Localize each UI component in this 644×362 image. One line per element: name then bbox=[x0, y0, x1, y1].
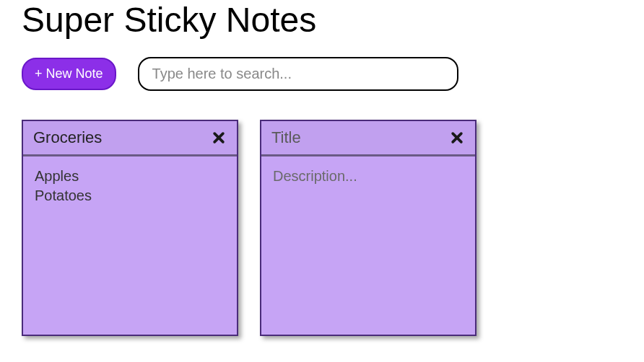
note-description-input[interactable] bbox=[273, 167, 464, 325]
note-body bbox=[261, 156, 475, 335]
search-input[interactable] bbox=[138, 57, 458, 91]
new-note-button[interactable]: + New Note bbox=[22, 58, 116, 90]
notes-container bbox=[22, 120, 622, 336]
note-description-input[interactable] bbox=[35, 167, 225, 325]
controls-row: + New Note bbox=[22, 57, 622, 91]
note-header bbox=[261, 121, 475, 156]
note-card bbox=[22, 120, 238, 336]
note-title-input[interactable] bbox=[33, 128, 188, 147]
close-icon[interactable] bbox=[211, 130, 227, 146]
page-title: Super Sticky Notes bbox=[22, 0, 622, 40]
note-header bbox=[23, 121, 237, 156]
note-body bbox=[23, 156, 237, 335]
close-icon[interactable] bbox=[449, 130, 465, 146]
note-title-input[interactable] bbox=[271, 128, 426, 147]
note-card bbox=[260, 120, 477, 336]
